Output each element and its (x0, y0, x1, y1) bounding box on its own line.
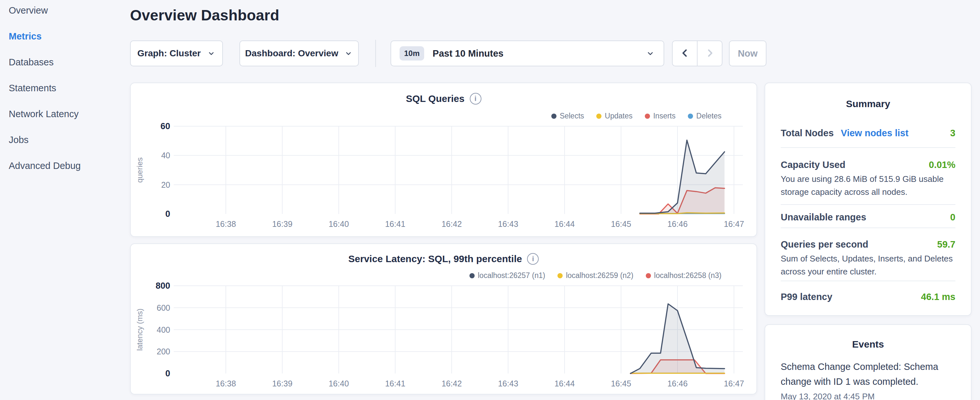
svg-text:16:47: 16:47 (724, 220, 744, 228)
svg-text:800: 800 (156, 281, 170, 291)
event-text: Schema Change Completed: Schema change w… (781, 359, 955, 389)
svg-text:200: 200 (157, 347, 170, 356)
svg-text:16:38: 16:38 (216, 379, 236, 388)
events-panel: Events Schema Change Completed: Schema c… (765, 324, 972, 400)
p99-latency-value: 46.1 ms (921, 290, 955, 303)
p99-latency-label: P99 latency (781, 290, 832, 303)
queries-per-second-value: 59.7 (937, 238, 955, 251)
chevron-down-icon (646, 49, 655, 58)
svg-text:16:46: 16:46 (667, 220, 688, 228)
summary-row-p99: P99 latency 46.1 ms (781, 290, 955, 303)
dashboard-dropdown[interactable]: Dashboard: Overview (239, 40, 359, 66)
svg-text:16:41: 16:41 (385, 220, 406, 228)
sidebar-nav: Overview Metrics Databases Statements Ne… (0, 0, 130, 172)
time-pager (672, 40, 722, 66)
capacity-used-value: 0.01% (929, 158, 955, 171)
service-latency-chart-plot[interactable]: 020040060080016:3816:3916:4016:4116:4216… (131, 244, 756, 394)
time-range-label: Past 10 Minutes (433, 48, 503, 59)
time-range-picker[interactable]: 10m Past 10 Minutes (390, 40, 664, 66)
svg-text:16:41: 16:41 (385, 379, 406, 388)
now-button[interactable]: Now (729, 40, 767, 66)
unavailable-ranges-label: Unavailable ranges (781, 211, 866, 224)
sidebar-item-advanced-debug[interactable]: Advanced Debug (9, 160, 130, 172)
capacity-used-label: Capacity Used (781, 158, 845, 171)
summary-panel: Summary Total Nodes View nodes list 3 Ca… (765, 83, 972, 316)
svg-text:16:46: 16:46 (667, 379, 688, 388)
queries-per-second-label: Queries per second (781, 238, 869, 251)
svg-text:16:42: 16:42 (442, 379, 462, 388)
sidebar-item-statements[interactable]: Statements (9, 82, 130, 94)
svg-text:16:43: 16:43 (498, 379, 518, 388)
svg-text:16:39: 16:39 (272, 379, 293, 388)
sidebar-item-metrics[interactable]: Metrics (9, 30, 130, 42)
svg-text:400: 400 (157, 325, 170, 334)
total-nodes-value: 3 (950, 126, 955, 139)
svg-text:16:39: 16:39 (272, 220, 293, 228)
sidebar-item-overview[interactable]: Overview (9, 5, 130, 16)
dashboard-dropdown-label: Dashboard: Overview (245, 48, 339, 59)
summary-row-capacity: Capacity Used 0.01% (781, 158, 955, 171)
capacity-used-subtext: You are using 28.6 MiB of 515.9 GiB usab… (781, 172, 955, 198)
event-timestamp: May 13, 2020 at 4:45 PM (781, 392, 955, 400)
svg-text:16:44: 16:44 (555, 220, 575, 228)
svg-text:16:47: 16:47 (724, 379, 744, 388)
svg-text:16:40: 16:40 (329, 220, 349, 228)
svg-text:60: 60 (161, 121, 170, 131)
svg-text:0: 0 (165, 369, 170, 378)
svg-text:16:38: 16:38 (216, 220, 236, 228)
divider (781, 228, 955, 228)
chevron-left-icon (679, 48, 690, 59)
svg-text:0: 0 (165, 209, 170, 219)
events-title: Events (781, 338, 955, 351)
sidebar: Overview Metrics Databases Statements Ne… (0, 0, 130, 400)
chevron-down-icon (207, 49, 216, 58)
sidebar-item-network-latency[interactable]: Network Latency (9, 108, 130, 120)
controls-divider (375, 40, 376, 67)
svg-text:16:45: 16:45 (611, 379, 631, 388)
svg-text:16:42: 16:42 (442, 220, 462, 228)
summary-row-unavailable-ranges: Unavailable ranges 0 (781, 211, 955, 224)
divider (781, 147, 955, 148)
graph-dropdown-label: Graph: Cluster (137, 48, 200, 59)
divider (781, 280, 955, 281)
svg-text:40: 40 (161, 151, 170, 160)
sql-queries-chart-plot[interactable]: 020406016:3816:3916:4016:4116:4216:4316:… (131, 83, 756, 236)
graph-dropdown[interactable]: Graph: Cluster (130, 40, 223, 66)
sidebar-item-jobs[interactable]: Jobs (9, 134, 130, 146)
svg-text:600: 600 (157, 303, 170, 312)
chevron-right-icon (704, 48, 715, 59)
svg-text:16:43: 16:43 (498, 220, 518, 228)
summary-row-qps: Queries per second 59.7 (781, 238, 955, 251)
svg-text:20: 20 (161, 180, 170, 189)
queries-per-second-subtext: Sum of Selects, Updates, Inserts, and De… (781, 252, 955, 278)
event-list-item: Schema Change Completed: Schema change w… (781, 359, 955, 400)
svg-text:queries: queries (135, 157, 144, 183)
page-title: Overview Dashboard (130, 6, 279, 24)
svg-text:16:45: 16:45 (611, 220, 631, 228)
view-nodes-list-link[interactable]: View nodes list (841, 126, 908, 139)
svg-text:16:40: 16:40 (329, 379, 349, 388)
divider (781, 204, 955, 205)
svg-text:latency (ms): latency (ms) (135, 308, 144, 351)
svg-text:16:44: 16:44 (555, 379, 575, 388)
sidebar-item-databases[interactable]: Databases (9, 56, 130, 68)
summary-row-total-nodes: Total Nodes View nodes list 3 (781, 126, 955, 139)
next-range-button[interactable] (697, 41, 722, 66)
time-range-badge: 10m (399, 46, 424, 61)
sql-queries-chart-card: SQL Queries i SelectsUpdatesInsertsDelet… (130, 83, 757, 237)
prev-range-button[interactable] (673, 41, 697, 66)
summary-title: Summary (781, 97, 955, 110)
service-latency-chart-card: Service Latency: SQL, 99th percentile i … (130, 243, 757, 395)
chevron-down-icon (344, 49, 353, 58)
total-nodes-label: Total Nodes (781, 126, 834, 139)
unavailable-ranges-value: 0 (950, 211, 955, 224)
